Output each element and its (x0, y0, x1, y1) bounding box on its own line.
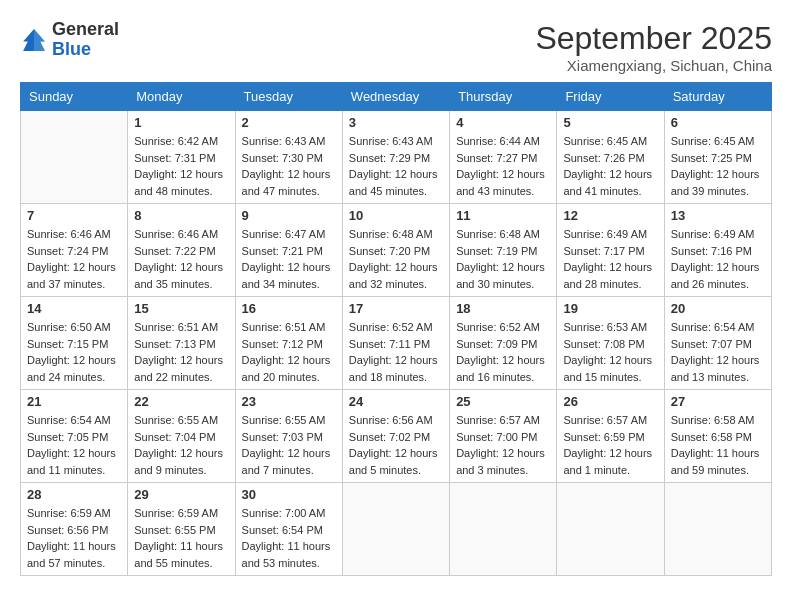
day-info: Sunrise: 6:57 AM Sunset: 7:00 PM Dayligh… (456, 412, 550, 478)
week-row: 7Sunrise: 6:46 AM Sunset: 7:24 PM Daylig… (21, 204, 772, 297)
calendar-cell: 5Sunrise: 6:45 AM Sunset: 7:26 PM Daylig… (557, 111, 664, 204)
calendar-cell: 21Sunrise: 6:54 AM Sunset: 7:05 PM Dayli… (21, 390, 128, 483)
week-row: 14Sunrise: 6:50 AM Sunset: 7:15 PM Dayli… (21, 297, 772, 390)
day-number: 4 (456, 115, 550, 130)
day-number: 29 (134, 487, 228, 502)
calendar-cell: 24Sunrise: 6:56 AM Sunset: 7:02 PM Dayli… (342, 390, 449, 483)
calendar-cell: 25Sunrise: 6:57 AM Sunset: 7:00 PM Dayli… (450, 390, 557, 483)
day-number: 1 (134, 115, 228, 130)
calendar-cell: 2Sunrise: 6:43 AM Sunset: 7:30 PM Daylig… (235, 111, 342, 204)
calendar: SundayMondayTuesdayWednesdayThursdayFrid… (20, 82, 772, 576)
weekday-header: Saturday (664, 83, 771, 111)
calendar-cell: 8Sunrise: 6:46 AM Sunset: 7:22 PM Daylig… (128, 204, 235, 297)
week-row: 28Sunrise: 6:59 AM Sunset: 6:56 PM Dayli… (21, 483, 772, 576)
day-number: 16 (242, 301, 336, 316)
day-info: Sunrise: 6:42 AM Sunset: 7:31 PM Dayligh… (134, 133, 228, 199)
calendar-cell: 26Sunrise: 6:57 AM Sunset: 6:59 PM Dayli… (557, 390, 664, 483)
day-number: 23 (242, 394, 336, 409)
day-number: 15 (134, 301, 228, 316)
day-info: Sunrise: 6:46 AM Sunset: 7:22 PM Dayligh… (134, 226, 228, 292)
day-info: Sunrise: 6:58 AM Sunset: 6:58 PM Dayligh… (671, 412, 765, 478)
day-info: Sunrise: 6:52 AM Sunset: 7:09 PM Dayligh… (456, 319, 550, 385)
day-number: 6 (671, 115, 765, 130)
week-row: 21Sunrise: 6:54 AM Sunset: 7:05 PM Dayli… (21, 390, 772, 483)
day-info: Sunrise: 6:45 AM Sunset: 7:26 PM Dayligh… (563, 133, 657, 199)
weekday-header: Sunday (21, 83, 128, 111)
calendar-cell: 30Sunrise: 7:00 AM Sunset: 6:54 PM Dayli… (235, 483, 342, 576)
day-info: Sunrise: 6:43 AM Sunset: 7:29 PM Dayligh… (349, 133, 443, 199)
day-number: 22 (134, 394, 228, 409)
day-number: 17 (349, 301, 443, 316)
day-info: Sunrise: 6:46 AM Sunset: 7:24 PM Dayligh… (27, 226, 121, 292)
day-number: 13 (671, 208, 765, 223)
day-number: 30 (242, 487, 336, 502)
day-info: Sunrise: 6:59 AM Sunset: 6:56 PM Dayligh… (27, 505, 121, 571)
calendar-cell: 13Sunrise: 6:49 AM Sunset: 7:16 PM Dayli… (664, 204, 771, 297)
calendar-cell: 20Sunrise: 6:54 AM Sunset: 7:07 PM Dayli… (664, 297, 771, 390)
day-info: Sunrise: 6:48 AM Sunset: 7:20 PM Dayligh… (349, 226, 443, 292)
calendar-header: SundayMondayTuesdayWednesdayThursdayFrid… (21, 83, 772, 111)
day-info: Sunrise: 6:48 AM Sunset: 7:19 PM Dayligh… (456, 226, 550, 292)
logo-icon (20, 26, 48, 54)
day-info: Sunrise: 6:45 AM Sunset: 7:25 PM Dayligh… (671, 133, 765, 199)
logo-text: General Blue (52, 20, 119, 60)
day-number: 24 (349, 394, 443, 409)
day-number: 3 (349, 115, 443, 130)
day-number: 2 (242, 115, 336, 130)
day-number: 9 (242, 208, 336, 223)
calendar-cell: 27Sunrise: 6:58 AM Sunset: 6:58 PM Dayli… (664, 390, 771, 483)
week-row: 1Sunrise: 6:42 AM Sunset: 7:31 PM Daylig… (21, 111, 772, 204)
day-info: Sunrise: 6:51 AM Sunset: 7:13 PM Dayligh… (134, 319, 228, 385)
weekday-header: Friday (557, 83, 664, 111)
day-number: 26 (563, 394, 657, 409)
logo-blue: Blue (52, 40, 119, 60)
calendar-cell: 28Sunrise: 6:59 AM Sunset: 6:56 PM Dayli… (21, 483, 128, 576)
day-number: 21 (27, 394, 121, 409)
day-number: 25 (456, 394, 550, 409)
day-info: Sunrise: 6:47 AM Sunset: 7:21 PM Dayligh… (242, 226, 336, 292)
calendar-cell: 15Sunrise: 6:51 AM Sunset: 7:13 PM Dayli… (128, 297, 235, 390)
day-number: 28 (27, 487, 121, 502)
calendar-cell: 9Sunrise: 6:47 AM Sunset: 7:21 PM Daylig… (235, 204, 342, 297)
day-info: Sunrise: 6:51 AM Sunset: 7:12 PM Dayligh… (242, 319, 336, 385)
month-title: September 2025 (535, 20, 772, 57)
day-number: 19 (563, 301, 657, 316)
day-info: Sunrise: 6:57 AM Sunset: 6:59 PM Dayligh… (563, 412, 657, 478)
day-number: 18 (456, 301, 550, 316)
logo: General Blue (20, 20, 119, 60)
calendar-cell: 10Sunrise: 6:48 AM Sunset: 7:20 PM Dayli… (342, 204, 449, 297)
day-info: Sunrise: 6:50 AM Sunset: 7:15 PM Dayligh… (27, 319, 121, 385)
day-number: 11 (456, 208, 550, 223)
calendar-cell (21, 111, 128, 204)
calendar-cell: 29Sunrise: 6:59 AM Sunset: 6:55 PM Dayli… (128, 483, 235, 576)
day-info: Sunrise: 6:49 AM Sunset: 7:17 PM Dayligh… (563, 226, 657, 292)
calendar-cell (664, 483, 771, 576)
weekday-header: Tuesday (235, 83, 342, 111)
svg-marker-1 (34, 29, 45, 51)
calendar-cell: 17Sunrise: 6:52 AM Sunset: 7:11 PM Dayli… (342, 297, 449, 390)
calendar-cell: 14Sunrise: 6:50 AM Sunset: 7:15 PM Dayli… (21, 297, 128, 390)
day-info: Sunrise: 6:49 AM Sunset: 7:16 PM Dayligh… (671, 226, 765, 292)
day-info: Sunrise: 6:55 AM Sunset: 7:04 PM Dayligh… (134, 412, 228, 478)
calendar-cell: 7Sunrise: 6:46 AM Sunset: 7:24 PM Daylig… (21, 204, 128, 297)
day-number: 8 (134, 208, 228, 223)
calendar-cell (342, 483, 449, 576)
calendar-cell (450, 483, 557, 576)
weekday-header: Monday (128, 83, 235, 111)
calendar-cell: 16Sunrise: 6:51 AM Sunset: 7:12 PM Dayli… (235, 297, 342, 390)
day-info: Sunrise: 6:56 AM Sunset: 7:02 PM Dayligh… (349, 412, 443, 478)
logo-general: General (52, 20, 119, 40)
calendar-cell: 22Sunrise: 6:55 AM Sunset: 7:04 PM Dayli… (128, 390, 235, 483)
calendar-cell: 1Sunrise: 6:42 AM Sunset: 7:31 PM Daylig… (128, 111, 235, 204)
day-info: Sunrise: 6:52 AM Sunset: 7:11 PM Dayligh… (349, 319, 443, 385)
day-info: Sunrise: 6:53 AM Sunset: 7:08 PM Dayligh… (563, 319, 657, 385)
weekday-header: Thursday (450, 83, 557, 111)
day-info: Sunrise: 6:59 AM Sunset: 6:55 PM Dayligh… (134, 505, 228, 571)
calendar-cell: 23Sunrise: 6:55 AM Sunset: 7:03 PM Dayli… (235, 390, 342, 483)
day-info: Sunrise: 6:54 AM Sunset: 7:07 PM Dayligh… (671, 319, 765, 385)
day-info: Sunrise: 6:43 AM Sunset: 7:30 PM Dayligh… (242, 133, 336, 199)
day-number: 12 (563, 208, 657, 223)
weekday-header: Wednesday (342, 83, 449, 111)
calendar-cell: 18Sunrise: 6:52 AM Sunset: 7:09 PM Dayli… (450, 297, 557, 390)
page-header: General Blue September 2025 Xiamengxiang… (20, 20, 772, 74)
